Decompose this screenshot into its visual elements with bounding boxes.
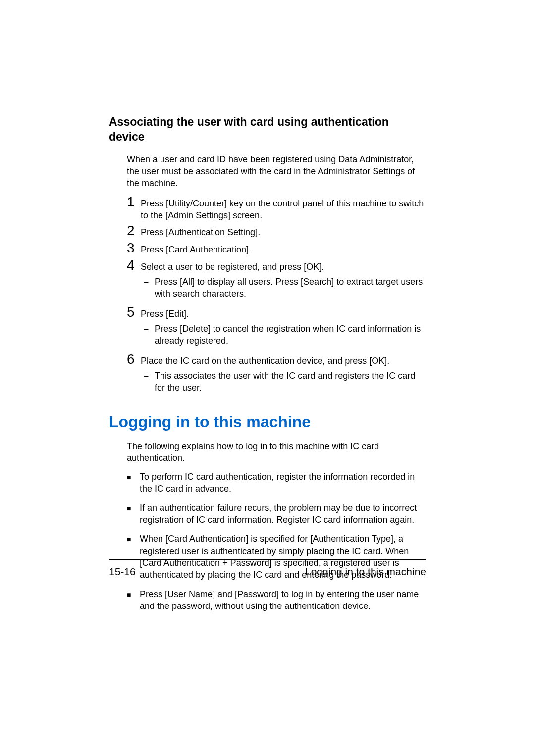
bullet-item: ■ Press [User Name] and [Password] to lo… xyxy=(127,588,426,612)
subheading-associating: Associating the user with card using aut… xyxy=(109,115,426,145)
sub-text: Press [Delete] to cancel the registratio… xyxy=(155,323,426,347)
step-text: Place the IC card on the authentication … xyxy=(141,355,426,367)
step-3: 3 Press [Card Authentication]. xyxy=(127,241,426,256)
dash-icon: – xyxy=(141,371,155,381)
page-number: 15-16 xyxy=(109,566,136,578)
dash-icon: – xyxy=(141,324,155,334)
step-text: Press [Authentication Setting]. xyxy=(141,226,426,238)
step-2: 2 Press [Authentication Setting]. xyxy=(127,223,426,239)
step-number: 4 xyxy=(127,258,141,273)
sub-item: – Press [All] to display all users. Pres… xyxy=(141,276,426,300)
sub-text: This associates the user with the IC car… xyxy=(155,370,426,394)
step-number: 2 xyxy=(127,223,141,239)
step-body: Place the IC card on the authentication … xyxy=(141,355,426,397)
square-bullet-icon: ■ xyxy=(127,472,140,483)
sub-list: – Press [Delete] to cancel the registrat… xyxy=(141,323,426,347)
step-number: 6 xyxy=(127,352,141,367)
page-footer: 15-16 Logging in to this machine xyxy=(109,559,426,578)
bullet-text: Press [User Name] and [Password] to log … xyxy=(140,588,426,612)
square-bullet-icon: ■ xyxy=(127,504,140,514)
step-body: Select a user to be registered, and pres… xyxy=(141,261,426,303)
square-bullet-icon: ■ xyxy=(127,534,140,545)
step-number: 1 xyxy=(127,195,141,210)
step-list: 1 Press [Utility/Counter] key on the con… xyxy=(127,195,426,397)
step-body: Press [Edit]. – Press [Delete] to cancel… xyxy=(141,308,426,350)
section1-intro: When a user and card ID have been regist… xyxy=(127,153,426,190)
step-1: 1 Press [Utility/Counter] key on the con… xyxy=(127,195,426,222)
step-6: 6 Place the IC card on the authenticatio… xyxy=(127,352,426,397)
step-text: Press [Edit]. xyxy=(141,308,426,320)
bullet-text: If an authentication failure recurs, the… xyxy=(140,502,426,526)
dash-icon: – xyxy=(141,277,155,287)
step-text: Select a user to be registered, and pres… xyxy=(141,261,426,273)
step-number: 3 xyxy=(127,241,141,256)
footer-title: Logging in to this machine xyxy=(305,566,426,578)
bullet-item: ■ To perform IC card authentication, reg… xyxy=(127,471,426,495)
bullet-list: ■ To perform IC card authentication, reg… xyxy=(127,471,426,612)
page-content: Associating the user with card using aut… xyxy=(0,0,535,612)
step-4: 4 Select a user to be registered, and pr… xyxy=(127,258,426,303)
square-bullet-icon: ■ xyxy=(127,590,140,600)
footer-row: 15-16 Logging in to this machine xyxy=(109,566,426,578)
sub-list: – Press [All] to display all users. Pres… xyxy=(141,276,426,300)
heading-logging-in: Logging in to this machine xyxy=(109,413,426,431)
step-text: Press [Utility/Counter] key on the contr… xyxy=(141,198,426,222)
step-body: Press [Authentication Setting]. xyxy=(141,226,426,238)
step-5: 5 Press [Edit]. – Press [Delete] to canc… xyxy=(127,305,426,350)
sub-list: – This associates the user with the IC c… xyxy=(141,370,426,394)
step-text: Press [Card Authentication]. xyxy=(141,244,426,255)
bullet-item: ■ If an authentication failure recurs, t… xyxy=(127,502,426,526)
step-number: 5 xyxy=(127,305,141,320)
sub-text: Press [All] to display all users. Press … xyxy=(155,276,426,300)
section2-intro: The following explains how to log in to … xyxy=(127,440,426,464)
sub-item: – Press [Delete] to cancel the registrat… xyxy=(141,323,426,347)
step-body: Press [Card Authentication]. xyxy=(141,244,426,255)
sub-item: – This associates the user with the IC c… xyxy=(141,370,426,394)
step-body: Press [Utility/Counter] key on the contr… xyxy=(141,198,426,222)
bullet-text: To perform IC card authentication, regis… xyxy=(140,471,426,495)
footer-rule xyxy=(109,559,426,560)
